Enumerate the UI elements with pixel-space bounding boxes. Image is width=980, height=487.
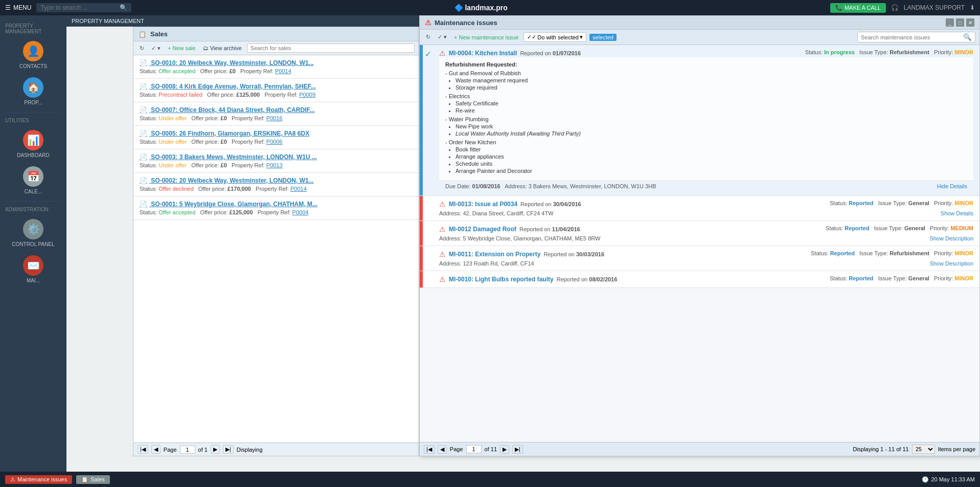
maint-page-number-input[interactable]: [466, 445, 482, 453]
list-item[interactable]: 📄 SO-0010: 20 Welbeck Way, Westminster, …: [133, 55, 419, 79]
list-item[interactable]: 📄 SO-0007: Office Block, 44 Diana Street…: [133, 102, 419, 126]
list-item[interactable]: 📄 SO-0008: 4 Kirk Edge Avenue, Worrall, …: [133, 79, 419, 102]
do-with-selected-button[interactable]: ✓✓ Do with selected ▾: [523, 32, 586, 42]
archive-icon: 🗂: [203, 45, 209, 51]
sales-new-button[interactable]: + New sale: [166, 44, 198, 52]
sales-search-input[interactable]: [247, 43, 415, 53]
sidebar-item-control[interactable]: ⚙️ CONTROL PANEL: [0, 215, 66, 251]
property-label: PROP...: [24, 100, 42, 105]
sales-archive-button[interactable]: 🗂 View archive: [201, 44, 244, 52]
maint-item-link[interactable]: MI-0013: Issue at P0034: [449, 201, 517, 208]
new-sale-label: New sale: [172, 45, 195, 51]
window-maximize-button[interactable]: □: [956, 18, 964, 27]
property-ref-link[interactable]: P0016: [266, 115, 283, 121]
sales-item-link[interactable]: 📄 SO-0001: 5 Weybridge Close, Glamorgan,…: [140, 201, 413, 208]
sidebar-item-dashboard[interactable]: 📊 DASHBOARD: [0, 126, 66, 162]
page-next-button[interactable]: ▶: [211, 445, 220, 454]
page-prev-button[interactable]: ◀: [151, 445, 161, 454]
maint-check-button[interactable]: ✓ ▾: [436, 33, 449, 41]
taskbar-maint-item[interactable]: ⚠ Maintenance issues: [5, 475, 72, 484]
sales-item-link[interactable]: 📄 SO-0007: Office Block, 44 Diana Street…: [140, 106, 413, 114]
sales-panel-header: 📋 Sales: [133, 27, 419, 41]
maint-new-button[interactable]: + New maintenance issue: [452, 33, 520, 41]
view-archive-label: View archive: [210, 45, 242, 51]
property-ref-link[interactable]: P0006: [266, 139, 283, 145]
maint-item-address: Address: 5 Weybridge Close, Glamorgan, C…: [439, 235, 973, 241]
property-icon: 🏠: [23, 77, 43, 98]
sales-item-link[interactable]: 📄 SO-0008: 4 Kirk Edge Avenue, Worrall, …: [140, 83, 413, 90]
show-description-button[interactable]: Show Description: [929, 235, 973, 241]
sales-item-link[interactable]: 📄 SO-0005: 26 Findhorn, Glamorgan, ERSKI…: [140, 130, 413, 137]
show-description-button[interactable]: Show Description: [929, 260, 973, 267]
list-item[interactable]: 📄 SO-0005: 26 Findhorn, Glamorgan, ERSKI…: [133, 126, 419, 149]
maint-list-item[interactable]: ⚠ MI-0013: Issue at P0034 Reported on 30…: [420, 196, 979, 221]
hide-details-button[interactable]: Hide Details: [937, 183, 967, 189]
maint-item-link[interactable]: MI-0011: Extension on Property: [449, 251, 540, 258]
taskbar-maint-icon: ⚠: [10, 476, 15, 483]
maint-search-button[interactable]: 🔍: [960, 32, 975, 42]
property-ref-link[interactable]: P0009: [299, 92, 315, 98]
sales-item-detail: Status: Offer declined Offer price: £170…: [140, 186, 413, 192]
maint-item-link[interactable]: MI-0010: Light Bulbs reported faulty: [449, 276, 554, 283]
property-ref-link[interactable]: P0004: [292, 209, 309, 215]
show-details-button[interactable]: Show Details: [941, 210, 973, 216]
maint-item-reported: Reported on 30/04/2016: [520, 201, 581, 207]
headset-icon[interactable]: 🎧: [891, 4, 899, 11]
property-ref-link[interactable]: P0013: [266, 162, 283, 168]
issue-type: Refurbishment: [890, 250, 929, 256]
page-first-button[interactable]: |◀: [138, 445, 148, 454]
sales-item-link[interactable]: 📄 SO-0010: 20 Welbeck Way, Westminster, …: [140, 59, 413, 67]
make-call-button[interactable]: 📞 MAKE A CALL: [830, 3, 886, 13]
property-ref-link[interactable]: P0014: [275, 68, 291, 74]
sales-check-button[interactable]: ✓ ▾: [149, 44, 163, 53]
window-close-button[interactable]: ✕: [966, 18, 974, 27]
menu-label: MENU: [13, 4, 31, 11]
download-icon[interactable]: ⬇: [970, 4, 975, 11]
maint-page-next-button[interactable]: ▶: [500, 445, 509, 454]
maint-search-input[interactable]: [858, 33, 960, 41]
do-with-selected-label: Do with selected: [537, 34, 579, 40]
maint-item-link[interactable]: MI-0012 Damaged Roof: [449, 226, 516, 233]
doc-icon: 📄: [140, 106, 147, 114]
issue-type: General: [904, 225, 925, 231]
maint-item-link[interactable]: MI-0004: Kitchen Install: [449, 50, 517, 57]
maint-page-first-button[interactable]: |◀: [424, 445, 435, 454]
status-badge: Under offer: [158, 139, 187, 145]
sidebar-item-mail[interactable]: ✉️ MAI...: [0, 251, 66, 287]
page-number-input[interactable]: [180, 446, 195, 454]
menu-icon: ☰: [5, 4, 11, 11]
status-badge: Under offer: [158, 162, 187, 168]
maint-list-item[interactable]: ⚠ MI-0012 Damaged Roof Reported on 11/04…: [420, 221, 979, 246]
maint-items-per-page-select[interactable]: 25 50 100: [912, 445, 935, 454]
global-search[interactable]: 🔍: [36, 3, 131, 12]
maint-page-last-button[interactable]: ▶|: [512, 445, 523, 454]
sales-item-link[interactable]: 📄 SO-0003: 3 Bakers Mews, Westminster, L…: [140, 153, 413, 161]
list-item[interactable]: 📄 SO-0001: 5 Weybridge Close, Glamorgan,…: [133, 196, 419, 220]
maint-list-item[interactable]: ⚠ MI-0010: Light Bulbs reported faulty R…: [420, 271, 979, 288]
maint-refresh-button[interactable]: ↻: [424, 33, 432, 41]
sidebar-item-property[interactable]: 🏠 PROP...: [0, 73, 66, 109]
maint-item-title-row: ⚠ MI-0012 Damaged Roof Reported on 11/04…: [439, 225, 826, 233]
list-item[interactable]: 📄 SO-0003: 3 Bakers Mews, Westminster, L…: [133, 149, 419, 173]
logo-text: landmax.pro: [465, 4, 507, 12]
sales-refresh-button[interactable]: ↻: [138, 44, 146, 53]
property-ref-link[interactable]: P0014: [290, 186, 307, 192]
main-layout: PROPERTY MANAGEMENT 👤 CONTACTS 🏠 PROP...…: [0, 15, 980, 472]
sidebar-item-contacts[interactable]: 👤 CONTACTS: [0, 37, 66, 73]
menu-button[interactable]: ☰ MENU: [5, 4, 31, 11]
global-search-input[interactable]: [40, 4, 117, 11]
maint-list-item[interactable]: ✓ ⚠ MI-0004: Kitchen Install Reported on…: [420, 45, 979, 196]
support-label[interactable]: LANDMAX SUPPORT: [904, 4, 965, 11]
maint-page-prev-button[interactable]: ◀: [438, 445, 447, 454]
sales-list: 📄 SO-0010: 20 Welbeck Way, Westminster, …: [133, 55, 419, 442]
sales-item-link[interactable]: 📄 SO-0002: 20 Welbeck Way, Westminster, …: [140, 177, 413, 184]
sidebar-item-calendar[interactable]: 📅 CALE...: [0, 162, 66, 198]
maint-search-box[interactable]: 🔍: [857, 32, 975, 42]
taskbar-sales-item[interactable]: 📋 Sales: [76, 475, 110, 484]
maint-detail-footer: Due Date: 01/08/2016 Address: 3 Bakers M…: [439, 181, 973, 191]
page-last-button[interactable]: ▶|: [223, 445, 234, 454]
maint-list-item[interactable]: ⚠ MI-0011: Extension on Property Reporte…: [420, 246, 979, 271]
address-text: Address: 123 Roath Rd, Cardiff, CF14: [439, 260, 534, 267]
list-item[interactable]: 📄 SO-0002: 20 Welbeck Way, Westminster, …: [133, 173, 419, 196]
window-minimize-button[interactable]: _: [946, 18, 954, 27]
